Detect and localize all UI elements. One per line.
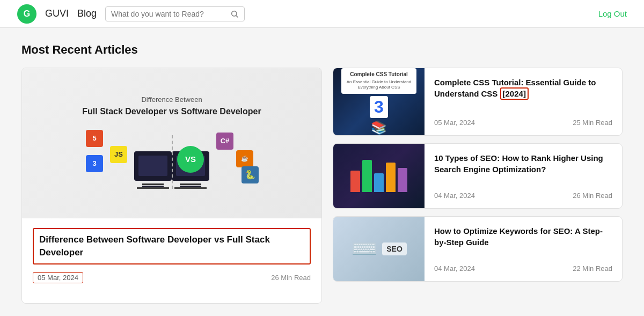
css-icon: 3: [86, 155, 103, 172]
side-article-1-date: 05 Mar, 2024: [434, 119, 475, 127]
python-icon: 🐍: [241, 166, 259, 183]
search-bar[interactable]: [105, 6, 245, 21]
featured-title: Difference Between Software Developer vs…: [39, 233, 304, 259]
articles-grid: Difference Between Full Stack Developer …: [21, 68, 623, 304]
tech-icons-illustration: 5 3 JS: [33, 127, 311, 192]
side-article-1-read-time: 25 Min Read: [573, 119, 612, 127]
side-article-1[interactable]: Complete CSS Tutorial An Essential Guide…: [333, 68, 623, 136]
main-content: Most Recent Articles Difference Between …: [11, 28, 633, 316]
side-article-2-content: 10 Types of SEO: How to Rank Higher Usin…: [425, 144, 622, 208]
featured-img-subtitle: Difference Between: [33, 95, 311, 104]
side-article-1-meta: 05 Mar, 2024 25 Min Read: [434, 119, 612, 127]
html-icon: 5: [86, 130, 103, 147]
vs-badge: VS: [177, 146, 204, 173]
side-article-3-content: How to Optimize Keywords for SEO: A Step…: [425, 217, 622, 281]
featured-read-time: 26 Min Read: [271, 274, 311, 282]
side-article-3-title: How to Optimize Keywords for SEO: A Step…: [434, 225, 612, 248]
side-article-2-date: 04 Mar, 2024: [434, 192, 475, 200]
header: G GUVI Blog Log Out: [0, 0, 644, 28]
brand-label: GUVI: [45, 8, 69, 19]
side-article-2-title: 10 Types of SEO: How to Rank Higher Usin…: [434, 152, 612, 175]
side-article-1-content: Complete CSS Tutorial: Essential Guide t…: [425, 68, 622, 135]
logout-button[interactable]: Log Out: [598, 9, 627, 18]
logo-icon: G: [17, 4, 36, 24]
featured-meta: 05 Mar, 2024 26 Min Read: [33, 272, 311, 283]
svg-line-1: [236, 16, 238, 17]
featured-date: 05 Mar, 2024: [33, 272, 83, 283]
featured-content: Difference Between Software Developer vs…: [22, 218, 321, 293]
side-articles: Complete CSS Tutorial An Essential Guide…: [333, 68, 623, 282]
side-article-2-image: [333, 144, 425, 208]
featured-image: Difference Between Full Stack Developer …: [22, 68, 321, 218]
blog-label: Blog: [77, 8, 97, 19]
side-article-1-image: Complete CSS Tutorial An Essential Guide…: [333, 68, 425, 135]
search-input[interactable]: [111, 10, 226, 18]
js-icon: JS: [110, 146, 127, 163]
monitor-left: [134, 151, 172, 181]
side-article-2-read-time: 26 Min Read: [573, 192, 612, 200]
side-article-3-date: 04 Mar, 2024: [434, 264, 475, 273]
featured-title-box: Difference Between Software Developer vs…: [33, 228, 311, 264]
side-article-3-read-time: 22 Min Read: [573, 264, 612, 273]
featured-article[interactable]: Difference Between Full Stack Developer …: [21, 68, 322, 304]
dashed-line: [172, 135, 173, 189]
csharp-icon: C#: [216, 133, 233, 150]
side-article-2-meta: 04 Mar, 2024 26 Min Read: [434, 192, 612, 200]
highlight-2024: [2024]: [500, 87, 529, 100]
java-icon: ☕: [236, 150, 253, 167]
featured-img-title: Full Stack Developer vs Software Develop…: [33, 107, 311, 116]
section-title: Most Recent Articles: [21, 43, 623, 57]
side-article-3-meta: 04 Mar, 2024 22 Min Read: [434, 264, 612, 273]
side-article-3[interactable]: ⌨️ SEO How to Optimize Keywords for SEO:…: [333, 216, 623, 282]
side-article-2[interactable]: 10 Types of SEO: How to Rank Higher Usin…: [333, 143, 623, 209]
side-article-1-title: Complete CSS Tutorial: Essential Guide t…: [434, 77, 612, 99]
side-article-3-image: ⌨️ SEO: [333, 217, 425, 281]
search-icon: [230, 10, 239, 18]
